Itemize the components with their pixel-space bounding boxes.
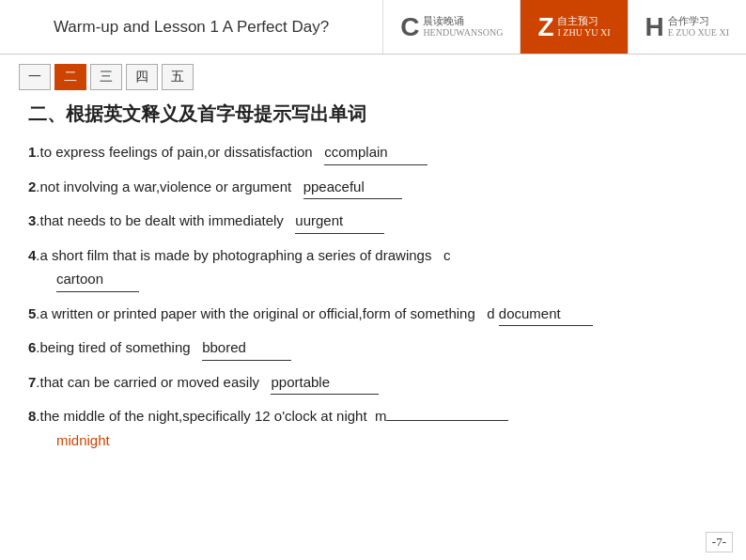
item-blank-1: ccomplain (324, 140, 427, 165)
tab-z-text-top: 自主预习 (557, 15, 610, 27)
item-text-2: .not involving a war,violence or argumen… (36, 179, 291, 194)
item-text-4: .a short film that is made by photograph… (36, 247, 431, 263)
exercise-item-8: 8.the middle of the night,specifically 1… (28, 404, 718, 452)
item-blank-4: cartoon (56, 267, 139, 292)
hint-3: u (295, 209, 303, 233)
tab-zizhuyuxi[interactable]: Z 自主预习 I ZHU YU XI (520, 0, 627, 54)
item-blank-3: uurgent (295, 209, 384, 234)
header: Warm-up and Lesson 1 A Perfect Day? C 晨读… (0, 0, 746, 54)
header-tabs: C 晨读晚诵 HENDUWANSONG Z 自主预习 I ZHU YU XI H… (382, 0, 746, 54)
header-title: Warm-up and Lesson 1 A Perfect Day? (0, 0, 382, 54)
nav-btn-2[interactable]: 二 (54, 64, 86, 90)
answer-7: portable (279, 370, 330, 395)
item-blank-7: pportable (271, 370, 379, 396)
nav-btn-4[interactable]: 四 (126, 64, 158, 90)
item-text-6: .being tired of something (36, 339, 190, 355)
item-text-8: .the middle of the night,specifically 12… (36, 408, 366, 424)
answer-2: peaceful (311, 175, 365, 199)
hint-5: d (487, 305, 494, 321)
tab-c-letter: C (400, 12, 419, 42)
exercise-item-2: 2.not involving a war,violence or argume… (28, 175, 718, 200)
tab-chenduwansong[interactable]: C 晨读晚诵 HENDUWANSONG (382, 0, 520, 54)
tab-z-text-bottom: I ZHU YU XI (557, 27, 610, 39)
exercise-item-3: 3.that needs to be dealt with immediatel… (28, 209, 718, 234)
item-text-5: .a written or printed paper with the ori… (36, 305, 474, 321)
item-text-7: .that can be carried or moved easily (36, 374, 259, 390)
hint-6: b (202, 335, 210, 360)
item-blank-2: ppeaceful (303, 175, 402, 200)
answer-3: urgent (303, 209, 344, 233)
exercise-item-5: 5.a written or printed paper with the or… (28, 302, 718, 327)
answer-8: midnight (56, 432, 110, 448)
nav-row: 一 二 三 四 五 (0, 54, 746, 100)
item-text-3: .that needs to be dealt with immediately (36, 212, 283, 228)
answer-4: cartoon (56, 267, 103, 291)
exercise-item-6: 6.being tired of something bbored (28, 335, 718, 361)
title-text: Warm-up and Lesson 1 A Perfect Day? (54, 18, 329, 37)
nav-btn-3[interactable]: 三 (90, 64, 122, 90)
exercise-item-1: 1.to express feelings of pain,or dissati… (28, 140, 718, 165)
hint-2: p (303, 175, 311, 199)
hint-8: m (375, 408, 387, 424)
item-blank-6: bbored (202, 335, 291, 361)
tab-c-text-top: 晨读晚诵 (423, 15, 503, 27)
tab-h-letter: H (645, 12, 664, 42)
tab-h-text-bottom: E ZUO XUE XI (668, 27, 729, 39)
hint-4: c (443, 247, 451, 263)
main-content: 二、根据英文释义及首字母提示写出单词 1.to express feelings… (0, 100, 746, 471)
tab-h-text-top: 合作学习 (668, 15, 729, 27)
item-blank-5: document (499, 302, 593, 327)
nav-btn-1[interactable]: 一 (19, 64, 51, 90)
nav-btn-5[interactable]: 五 (162, 64, 194, 90)
section-title: 二、根据英文释义及首字母提示写出单词 (28, 101, 718, 127)
hint-7: p (271, 370, 278, 395)
answer-5: document (499, 302, 561, 326)
tab-z-letter: Z (537, 12, 553, 42)
answer-1: complain (332, 140, 388, 164)
exercise-item-4: 4.a short film that is made by photograp… (28, 243, 718, 292)
answer-6: bored (210, 335, 245, 360)
item-blank-8 (386, 420, 508, 421)
hint-1: c (324, 140, 332, 164)
page-number: -7- (706, 532, 733, 552)
item-text-1: .to express feelings of pain,or dissatis… (36, 144, 312, 160)
tab-hezuoxuexi[interactable]: H 合作学习 E ZUO XUE XI (628, 0, 747, 54)
tab-c-text-bottom: HENDUWANSONG (423, 27, 503, 39)
exercise-item-7: 7.that can be carried or moved easily pp… (28, 370, 718, 396)
